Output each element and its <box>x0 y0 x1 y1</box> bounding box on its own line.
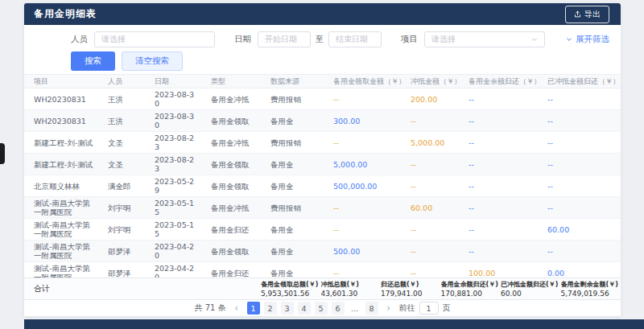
summary-item-value: 60.00 <box>501 290 561 298</box>
type-cell: 备用金领取 <box>201 154 261 175</box>
date-end-input[interactable]: 结束日期 <box>328 31 382 47</box>
export-icon <box>574 10 581 18</box>
goto-page-input[interactable]: 1 <box>419 302 439 315</box>
page-button-5[interactable]: 5 <box>315 302 328 315</box>
source-cell: 备用金 <box>261 154 324 175</box>
amount-cell: -- <box>401 110 459 131</box>
amount-cell: -- <box>459 219 538 240</box>
page-button-2[interactable]: 2 <box>264 302 277 315</box>
amount-cell: -- <box>538 88 620 109</box>
summary-item: 备用金领取总额(￥)5,953,501.56 <box>261 280 321 298</box>
project-cell: WH20230831 <box>24 110 98 131</box>
person-cell: 满金郎 <box>98 175 145 196</box>
table-row: WH20230831王洪2023-08-30备用金冲抵费用报销--200.00-… <box>24 88 621 110</box>
amount-cell: -- <box>324 88 401 109</box>
date-cell: 2023-08-23 <box>145 154 201 175</box>
summary-item-label: 归还总额(￥) <box>381 280 441 289</box>
summary-item-value: 179,941.00 <box>381 290 441 298</box>
drawer-handle[interactable] <box>0 143 5 164</box>
type-cell: 备用金领取 <box>201 175 261 196</box>
amount-cell: -- <box>401 175 459 196</box>
table-row: 测试-南昌大学第一附属医院刘宇明2023-05-15备用金冲抵费用报销--60.… <box>24 197 621 219</box>
summary-items: 备用金领取总额(￥)5,953,501.56冲抵总额(￥)43,601.30归还… <box>261 280 621 298</box>
table-row: 测试-南昌大学第一附属医院邵梦泽2023-04-20备用金归还备用金----10… <box>24 262 621 278</box>
person-cell: 王洪 <box>98 110 145 131</box>
summary-item-value: 170,881.00 <box>441 290 502 298</box>
type-cell: 备用金冲抵 <box>201 88 261 109</box>
page-button-1[interactable]: 1 <box>247 302 260 315</box>
action-bar: 搜索 清空搜索 <box>24 47 621 71</box>
page-button-8[interactable]: 8 <box>365 302 378 315</box>
page-button-3[interactable]: 3 <box>281 302 294 315</box>
person-filter-placeholder: 请选择 <box>101 34 126 45</box>
page-button-4[interactable]: 4 <box>298 302 311 315</box>
more-pages-button[interactable]: ... <box>349 302 361 315</box>
table-row: 新建工程-刘-测试文圣2023-08-23备用金领取备用金5,000.00---… <box>24 154 621 175</box>
amount-cell: -- <box>459 175 538 196</box>
export-button[interactable]: 导出 <box>565 6 609 23</box>
column-header: 备用金余额归还（￥） <box>459 75 538 88</box>
project-cell: 测试-南昌大学第一附属医院 <box>24 197 98 218</box>
filter-bar: 人员 请选择 日期 开始日期 至 结束日期 项目 请选择 <box>24 25 621 47</box>
person-cell: 文圣 <box>98 154 145 175</box>
table-row: WH20230831王洪2023-08-30备用金领取备用金300.00----… <box>24 110 621 132</box>
summary-row: 合计 备用金领取总额(￥)5,953,501.56冲抵总额(￥)43,601.3… <box>24 278 621 300</box>
column-header: 数据来源 <box>261 75 324 88</box>
amount-cell: 0.00 <box>538 262 620 278</box>
amount-cell: 300.00 <box>324 110 401 131</box>
amount-cell: -- <box>324 262 401 278</box>
date-cell: 2023-05-29 <box>145 175 201 196</box>
table-row: 新建工程-刘-测试文圣2023-08-23备用金冲抵费用报销--5,000.00… <box>24 132 621 154</box>
search-button[interactable]: 搜索 <box>71 51 115 71</box>
pagination: 共 71 条 ‹ 123456...8 › 前往 1 页 <box>24 300 621 316</box>
table-body: WH20230831王洪2023-08-30备用金冲抵费用报销--200.00-… <box>24 88 621 278</box>
person-cell: 王洪 <box>98 88 145 109</box>
date-cell: 2023-04-20 <box>145 241 201 261</box>
type-cell: 备用金归还 <box>201 262 261 278</box>
project-filter: 项目 请选择 <box>401 31 545 47</box>
type-cell: 备用金冲抵 <box>201 132 261 153</box>
column-header: 备用金领取金额（￥） <box>324 75 401 88</box>
project-cell: 北京顺义林林 <box>24 175 98 196</box>
amount-cell: 100.00 <box>459 262 538 278</box>
project-filter-select[interactable]: 请选择 <box>424 31 545 47</box>
date-start-placeholder: 开始日期 <box>265 34 297 45</box>
amount-cell: -- <box>401 219 459 240</box>
amount-cell: 500.00 <box>324 241 401 261</box>
summary-item-value: 5,953,501.56 <box>261 290 321 298</box>
person-cell: 刘宇明 <box>98 197 145 218</box>
prev-page-button[interactable]: ‹ <box>230 302 243 315</box>
date-cell: 2023-08-30 <box>145 88 201 109</box>
date-cell: 2023-08-30 <box>145 110 201 131</box>
page-button-6[interactable]: 6 <box>332 302 345 315</box>
summary-item-label: 备用金剩余金额(￥) <box>561 280 621 289</box>
date-cell: 2023-05-15 <box>145 219 201 240</box>
amount-cell: -- <box>459 197 538 218</box>
amount-cell: -- <box>324 219 401 240</box>
goto-prefix-label: 前往 <box>399 302 415 314</box>
person-filter-label: 人员 <box>71 34 88 45</box>
amount-cell: -- <box>538 110 620 131</box>
summary-total-label: 合计 <box>24 283 261 294</box>
next-page-button[interactable]: › <box>382 302 395 315</box>
summary-item-value: 5,749,019.56 <box>561 290 621 298</box>
topbar: 备用金明细表 导出 <box>24 3 621 25</box>
expand-filter-link[interactable]: 展开筛选 <box>566 34 609 45</box>
summary-item: 备用金余额归还(￥)170,881.00 <box>441 280 502 298</box>
clear-search-button[interactable]: 清空搜索 <box>122 51 183 71</box>
summary-item: 已冲抵金额归还(￥)60.00 <box>501 280 561 298</box>
amount-cell: -- <box>538 241 620 261</box>
date-start-input[interactable]: 开始日期 <box>258 31 311 47</box>
expand-filter-label: 展开筛选 <box>576 34 609 45</box>
person-filter-input[interactable]: 请选择 <box>94 31 215 47</box>
column-header: 冲抵金额（￥） <box>401 75 459 88</box>
source-cell: 备用金 <box>261 110 324 131</box>
project-filter-placeholder: 请选择 <box>431 34 456 45</box>
date-cell: 2023-04-20 <box>145 262 201 278</box>
amount-cell: -- <box>459 132 538 153</box>
date-end-placeholder: 结束日期 <box>336 34 368 45</box>
date-range-separator: 至 <box>316 34 324 45</box>
project-filter-label: 项目 <box>401 34 418 45</box>
amount-cell: -- <box>538 197 620 218</box>
amount-cell: -- <box>401 154 459 175</box>
